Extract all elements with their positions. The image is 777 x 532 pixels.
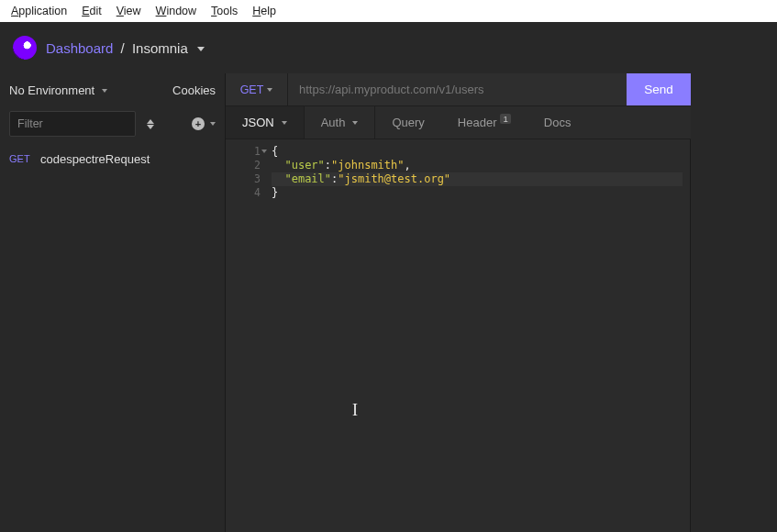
main-columns: GET https://api.myproduct.com/v1/users S… — [226, 73, 777, 532]
code-line: "user":"johnsmith", — [272, 159, 690, 172]
method-label: GET — [240, 83, 264, 96]
menu-application[interactable]: Application — [6, 3, 72, 19]
sort-button[interactable] — [145, 119, 156, 129]
breadcrumb-separator: / — [121, 40, 125, 56]
editor-content[interactable]: { "user":"johnsmith", "email":"jsmith@te… — [266, 139, 690, 532]
request-method-badge: GET — [9, 153, 31, 164]
header-count-badge: 1 — [500, 114, 510, 124]
url-bar: GET https://api.myproduct.com/v1/users S… — [226, 73, 691, 106]
menu-help[interactable]: Help — [247, 3, 282, 19]
menu-tools[interactable]: Tools — [205, 3, 243, 19]
menu-view[interactable]: View — [111, 3, 147, 19]
gutter-line: 4 — [226, 186, 261, 200]
method-selector[interactable]: GET — [226, 73, 288, 105]
plus-icon: + — [192, 117, 205, 130]
chevron-down-icon — [282, 121, 287, 125]
code-line-current: "email":"jsmith@test.org" — [272, 172, 683, 186]
app-logo-icon — [13, 36, 37, 60]
add-request-button[interactable]: + — [192, 117, 216, 130]
tab-body-label: JSON — [242, 116, 274, 129]
code-editor[interactable]: 1 2 3 4 { "user":"johnsmith", "email":"j… — [226, 139, 691, 532]
tab-auth-label: Auth — [321, 116, 346, 129]
chevron-down-icon — [352, 121, 358, 125]
text-cursor-icon: I — [352, 404, 358, 417]
breadcrumb: Dashboard / Insomnia — [46, 40, 205, 56]
gutter-line: 2 — [226, 159, 261, 172]
tab-query[interactable]: Query — [375, 106, 440, 139]
code-line: } — [272, 186, 690, 200]
code-line: { — [272, 145, 690, 159]
cookies-button[interactable]: Cookies — [172, 83, 216, 97]
gutter-line: 3 — [226, 172, 261, 186]
request-list: GET codespectreRequest — [0, 141, 225, 172]
tab-header-label: Header — [458, 116, 497, 129]
editor-gutter: 1 2 3 4 — [226, 139, 266, 532]
topbar: Dashboard / Insomnia — [0, 22, 777, 73]
gutter-line: 1 — [226, 145, 261, 159]
send-button[interactable]: Send — [627, 73, 691, 105]
request-name: codespectreRequest — [40, 152, 150, 166]
breadcrumb-dashboard[interactable]: Dashboard — [46, 40, 113, 56]
environment-label: No Environment — [9, 83, 94, 97]
chevron-down-icon[interactable] — [197, 47, 205, 51]
environment-selector[interactable]: No Environment — [9, 83, 107, 97]
filter-input[interactable]: Filter — [9, 111, 136, 137]
tab-body[interactable]: JSON — [226, 106, 305, 139]
menu-edit[interactable]: Edit — [76, 3, 107, 19]
request-item[interactable]: GET codespectreRequest — [0, 145, 225, 172]
url-input[interactable]: https://api.myproduct.com/v1/users — [288, 73, 627, 105]
response-panel — [691, 73, 777, 532]
chevron-down-icon — [267, 88, 272, 92]
tab-auth[interactable]: Auth — [305, 106, 376, 139]
sidebar: No Environment Cookies Filter + GET code… — [0, 73, 226, 532]
breadcrumb-workspace[interactable]: Insomnia — [132, 40, 188, 56]
main-panel: GET https://api.myproduct.com/v1/users S… — [226, 73, 691, 532]
chevron-down-icon — [210, 122, 216, 126]
system-menubar: Application Edit View Window Tools Help — [0, 0, 777, 22]
request-tabs: JSON Auth Query Header 1 Docs — [226, 106, 691, 139]
tab-header[interactable]: Header 1 — [441, 106, 527, 139]
tab-docs[interactable]: Docs — [527, 106, 588, 139]
app-shell: Dashboard / Insomnia No Environment Cook… — [0, 22, 777, 532]
chevron-down-icon — [102, 89, 107, 93]
body: No Environment Cookies Filter + GET code… — [0, 73, 777, 532]
menu-window[interactable]: Window — [150, 3, 202, 19]
